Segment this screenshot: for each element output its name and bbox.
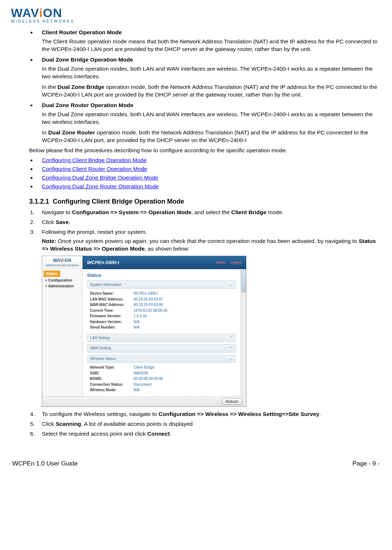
refresh-button[interactable]: Refresh — [222, 398, 242, 405]
value-network-type: Client Bridge — [134, 365, 154, 370]
label-serial: Serial Number: — [90, 325, 134, 330]
section-body-client-router: The Client Router operation mode means t… — [42, 38, 381, 53]
chevron-icon: ⌄ — [229, 282, 233, 287]
label-current-time: Current Time: — [90, 308, 134, 313]
chevron-icon: ⌃ — [229, 346, 233, 351]
ui-sidebar: Status + Configuration + Administration — [42, 269, 83, 396]
label-firmware: Firmware Version: — [90, 314, 134, 319]
logo-text-pre: WAV — [11, 6, 39, 20]
note-block: Note: Once your system powers up again, … — [42, 237, 381, 253]
logo-subtitle: WIRELESS NETWORKS — [11, 19, 381, 24]
label-network-type: Network Type: — [90, 365, 134, 370]
label-device-name: Device Name: — [90, 291, 134, 296]
embedded-screenshot: WAViON WIRELESS NETWORKS WCPEn-2400-I ad… — [42, 256, 246, 407]
ui-page-title: Status — [87, 272, 241, 279]
value-ssid: WAVION — [134, 371, 148, 376]
section-body-dzrm-2: In Dual Zone Router operation mode, both… — [42, 129, 381, 144]
scrollbar[interactable] — [241, 269, 246, 396]
logo-text-post: ON — [43, 6, 62, 20]
logo-text-mid: i — [39, 6, 43, 20]
section-title-dual-zone-router: Dual Zone Router Operation Mode — [42, 102, 381, 109]
ui-link-logout[interactable]: Logout — [230, 260, 242, 264]
value-device-name: WCPEn-2400-I — [134, 291, 158, 296]
step-6: Select the required access point and cli… — [36, 430, 381, 438]
section-body-dzbm-1: In the Dual Zone operation modes, both L… — [42, 65, 381, 80]
value-wan-mac: 00:18:25:F0:63:86 — [134, 302, 163, 307]
section-title-dual-zone-bridge: Dual Zone Bridge Operation Mode — [42, 56, 381, 64]
value-firmware: 1.0.0.34 — [134, 314, 147, 319]
page-footer: WCPEn 1.0 User Guide Page - 9 - — [11, 460, 381, 468]
value-lan-mac: 00:18:25:F0:63:87 — [134, 297, 163, 302]
value-connection-status: Disconnect — [134, 382, 151, 387]
footer-right: Page - 9 - — [352, 460, 380, 468]
panel-system-information[interactable]: System Information⌄ — [87, 280, 236, 289]
value-wireless-mode: N/A — [134, 388, 140, 393]
step-3: Following the prompt, restart your syste… — [36, 228, 381, 407]
panel-lan-setting[interactable]: LAN Setting⌃ — [87, 334, 236, 342]
link-config-dual-zone-bridge[interactable]: Configuring Dual Zone Bridge Operation M… — [42, 174, 158, 181]
link-config-client-router[interactable]: Configuring Client Router Operation Mode — [42, 166, 147, 172]
intro-procedures: Below please find the procedures describ… — [29, 147, 381, 154]
section-body-dzbm-2: In the Dual Zone Bridge operation mode, … — [42, 83, 381, 99]
value-current-time: 1970-01-01 08:06:30 — [134, 308, 167, 313]
panel-wireless-status[interactable]: Wireless Status⌄ — [87, 355, 236, 363]
chevron-icon: ⌄ — [229, 356, 233, 362]
sidebar-item-configuration[interactable]: + Configuration — [42, 278, 82, 283]
sidebar-item-administration[interactable]: + Administration — [42, 283, 82, 289]
chevron-icon: ⌃ — [229, 335, 233, 341]
ui-logo: WAViON WIRELESS NETWORKS — [42, 256, 83, 269]
section-body-dzrm-1: In the Dual Zone operation modes, both L… — [42, 111, 381, 126]
label-wan-mac: WAN MAC Address: — [90, 302, 134, 307]
label-wireless-mode: Wireless Mode: — [90, 388, 134, 393]
label-connection-status: Connection Status: — [90, 382, 134, 387]
step-1: Navigate to Configuration => System => O… — [36, 209, 381, 216]
label-ssid: SSID: — [90, 371, 134, 376]
brand-logo: WAViON WIRELESS NETWORKS — [11, 7, 381, 24]
subsection-heading: 3.1.2.1 Configuring Client Bridge Operat… — [29, 197, 381, 206]
ui-product-title: WCPEn-2400-I — [87, 259, 119, 266]
step-2: Click Save. — [36, 219, 381, 226]
section-title-client-router: Client Router Operation Mode — [42, 29, 381, 36]
footer-left: WCPEn 1.0 User Guide — [12, 460, 78, 468]
label-lan-mac: LAN MAC Address: — [90, 297, 134, 302]
link-config-client-bridge[interactable]: Configuring Client Bridge Operation Mode — [42, 157, 147, 163]
step-4: To configure the Wireless settings, navi… — [36, 410, 381, 418]
value-bssid: 00:00:00:30:00:00 — [134, 376, 163, 381]
ui-link-admin[interactable]: admin — [216, 260, 226, 264]
label-hardware: Hardware Version: — [90, 319, 134, 325]
link-config-dual-zone-router[interactable]: Configuring Dual Zone Router Operation M… — [42, 183, 159, 189]
value-hardware: N/A — [134, 319, 140, 325]
step-5: Click Scanning. A list of available acce… — [36, 420, 381, 428]
label-bssid: BSSID: — [90, 376, 134, 381]
panel-wan-setting[interactable]: WAN Setting⌃ — [87, 344, 236, 353]
sidebar-item-status[interactable]: Status — [44, 271, 60, 277]
value-serial: N/A — [134, 325, 140, 330]
